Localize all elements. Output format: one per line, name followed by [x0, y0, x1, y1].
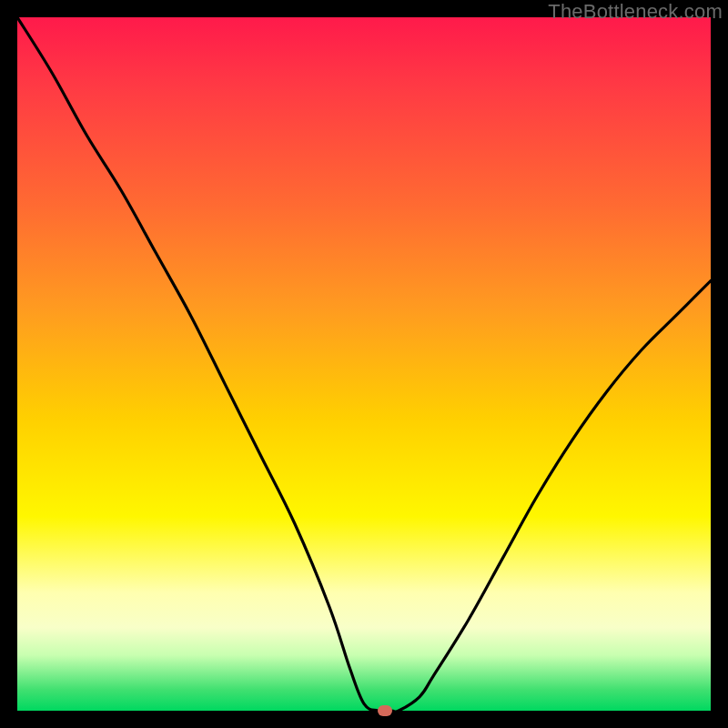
optimal-point-marker — [378, 705, 392, 716]
watermark-text: TheBottleneck.com — [548, 0, 723, 24]
chart-frame: TheBottleneck.com — [0, 0, 728, 728]
bottleneck-curve — [17, 17, 711, 711]
plot-area — [17, 17, 711, 711]
